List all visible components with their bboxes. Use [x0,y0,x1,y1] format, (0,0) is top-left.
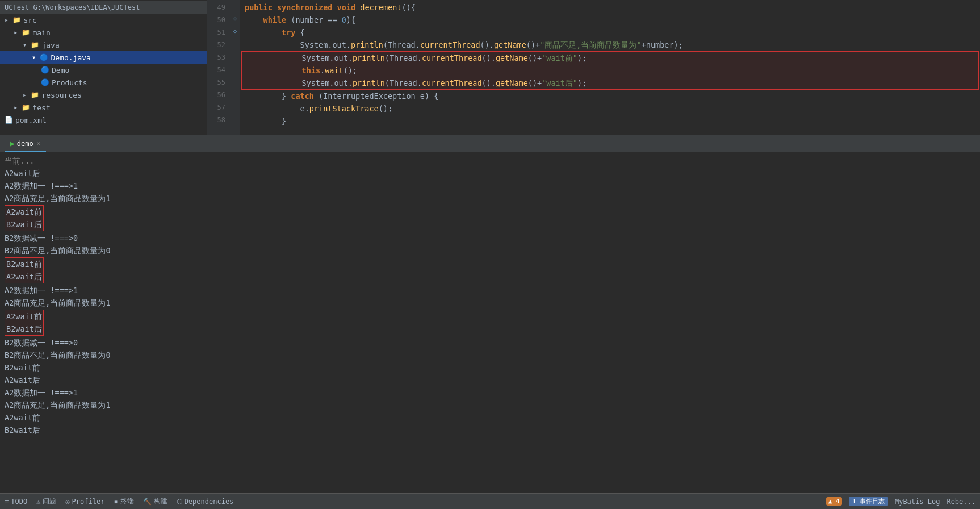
event-log-button[interactable]: 1 事件日志 [849,497,888,506]
project-sidebar: UCTest G:\Workspaces\IDEA\JUCTest ▸ 📁 sr… [0,0,207,135]
sidebar-item-pom[interactable]: 📄 pom.xml [0,114,207,126]
code-line-58: } [240,115,980,127]
sidebar-item-java[interactable]: ▾ 📁 java [0,39,207,51]
code-gutter: ◇ ◇ [230,0,240,135]
warning-count[interactable]: ▲ 4 [826,497,842,506]
code-line-51: try { [240,26,980,39]
deps-icon: ⬡ [177,498,182,506]
sidebar-title: UCTest G:\Workspaces\IDEA\JUCTest [0,1,207,14]
sidebar-item-products[interactable]: 🔵 Products [0,76,207,89]
todo-button[interactable]: ≡ TODO [5,498,27,506]
run-tab-bar: ▶ demo × [0,136,980,152]
code-line-54: this.wait(); [242,64,978,77]
console-box-2: B2wait前 A2wait后 [5,257,44,283]
warning-icon: ⚠ [36,498,40,506]
close-icon[interactable]: × [37,140,40,147]
sidebar-label-test: test [32,103,50,112]
sidebar-label-products: Products [52,78,87,87]
console-line-19: A2商品充足,当前商品数量为1 [5,399,975,411]
folder-icon: ▸ 📁 [14,103,30,111]
sidebar-label-pom: pom.xml [15,116,47,124]
folder-icon: ▸ 📁 [14,28,30,36]
console-content: 当前... A2wait后 A2数据加一 !===>1 A2商品充足,当前商品数… [0,152,980,477]
console-line-15: B2商品不足,当前商品数量为0 [5,349,975,361]
sidebar-item-test[interactable]: ▸ 📁 test [0,101,207,114]
warning-badge: ▲ 4 [826,497,842,506]
terminal-button[interactable]: ▪ 终端 [114,497,133,506]
class-icon: 🔵 [41,66,49,74]
terminal-label: 终端 [120,497,134,506]
dependencies-button[interactable]: ⬡ Dependencies [177,498,234,506]
console-line-3: A2商品充足,当前商品数量为1 [5,192,975,205]
console-line-8: B2wait前 [6,258,42,270]
profiler-button[interactable]: ◎ Profiler [65,498,104,506]
code-line-57: e.printStackTrace(); [240,102,980,115]
code-line-53: System.out.println(Thread.currentThread(… [242,52,978,64]
todo-icon: ≡ [5,498,9,506]
profiler-label: Profiler [72,498,105,506]
rebase-button[interactable]: Rebe... [947,498,975,506]
sidebar-label-demo-java: Demo.java [51,53,90,62]
line-numbers: 49 50 51 52 53 54 55 56 57 58 [207,0,230,135]
sidebar-label-demo: Demo [52,66,69,74]
event-log-label: 1 事件日志 [852,497,885,506]
status-bar: ≡ TODO ⚠ 问题 ◎ Profiler ▪ 终端 🔨 构建 ⬡ Depen… [0,493,980,509]
mybatis-log-button[interactable]: MyBatis Log [895,498,940,506]
console-line-2: A2数据加一 !===>1 [5,180,975,192]
build-icon: 🔨 [143,498,152,506]
build-button[interactable]: 🔨 构建 [143,497,167,506]
sidebar-label-main: main [32,28,50,37]
console-line-7: B2商品不足,当前商品数量为0 [5,244,975,257]
problems-label: 问题 [43,497,56,506]
deps-label: Dependencies [185,498,234,506]
todo-label: TODO [11,498,27,506]
console-line-16: B2wait前 [5,361,975,374]
console-line-21: B2wait后 [5,424,975,436]
code-line-56: } catch (InterruptedException e) { [240,90,980,102]
console-line-1: A2wait后 [5,167,975,180]
problems-button[interactable]: ⚠ 问题 [36,497,56,506]
code-line-50: while (number == 0){ [240,14,980,26]
code-line-52: System.out.println(Thread.currentThread(… [240,39,980,51]
console-area: 当前... A2wait后 A2数据加一 !===>1 A2商品充足,当前商品数… [0,152,980,493]
console-line-4: A2wait前 [6,206,42,218]
code-line-55: System.out.println(Thread.currentThread(… [242,77,978,89]
file-icon: ▾ 🔵 [32,53,48,61]
console-line-12: A2wait前 [6,310,42,323]
class-icon: 🔵 [41,78,49,86]
console-box-3: A2wait前 B2wait后 [5,310,44,336]
sidebar-item-src[interactable]: ▸ 📁 src [0,14,207,26]
sidebar-item-resources[interactable]: ▸ 📁 resources [0,89,207,101]
code-editor: 49 50 51 52 53 54 55 56 57 58 ◇ ◇ [207,0,980,135]
code-content: public synchronized void decrement(){ wh… [240,0,980,135]
console-line-9: A2wait后 [6,270,42,283]
console-line-17: A2wait后 [5,374,975,386]
run-tab-label: demo [17,140,33,148]
sidebar-title-text: UCTest G:\Workspaces\IDEA\JUCTest [5,3,140,11]
terminal-icon: ▪ [114,498,118,506]
run-icon: ▶ [10,139,15,148]
console-line-18: A2数据加一 !===>1 [5,386,975,399]
sidebar-label-java: java [41,41,59,49]
console-line-20: A2wait前 [5,411,975,424]
console-line-6: B2数据减一 !===>0 [5,232,975,244]
console-line-10: A2数据加一 !===>1 [5,284,975,297]
rebase-label: Rebe... [947,498,975,506]
sidebar-item-demo-class[interactable]: 🔵 Demo [0,64,207,76]
build-label: 构建 [154,497,167,506]
status-right: ▲ 4 1 事件日志 MyBatis Log Rebe... [826,497,975,506]
sidebar-label-resources: resources [41,91,81,99]
profiler-icon: ◎ [65,498,69,506]
code-line-49: public synchronized void decrement(){ [240,1,980,14]
console-line-5: B2wait后 [6,218,42,231]
console-box-1: A2wait前 B2wait后 [5,205,44,231]
sidebar-label-src: src [23,16,36,24]
mybatis-log-label: MyBatis Log [895,498,940,506]
sidebar-item-main[interactable]: ▸ 📁 main [0,26,207,39]
run-tab-demo[interactable]: ▶ demo × [5,136,46,152]
folder-icon: ▾ 📁 [23,41,39,49]
folder-icon: ▸ 📁 [5,16,21,24]
console-header: 当前... [5,155,975,167]
folder-icon: ▸ 📁 [23,91,39,99]
sidebar-item-demo-java[interactable]: ▾ 🔵 Demo.java [0,51,207,64]
